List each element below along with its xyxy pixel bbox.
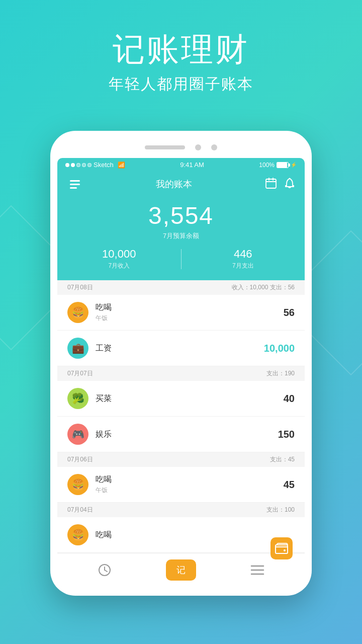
svg-rect-1	[70, 184, 80, 185]
signal-dot-5	[87, 163, 92, 167]
tx-icon-food2: 🍔	[67, 474, 88, 495]
battery-bolt: ⚡	[291, 162, 297, 168]
svg-rect-0	[70, 180, 80, 182]
tx-item-salary-0708[interactable]: 💼 工资 10,000	[57, 331, 305, 366]
date-header-0706: 07月06日 支出：45	[57, 452, 305, 467]
record-label: 记	[176, 564, 186, 576]
date-header-0707: 07月07日 支出：190	[57, 366, 305, 381]
tx-icon-food: 🍔	[67, 302, 88, 323]
tx-amount: 40	[284, 393, 295, 405]
tx-info: 买菜	[96, 393, 284, 404]
bell-icon[interactable]	[285, 178, 295, 191]
status-left: Sketch 📶	[65, 161, 125, 169]
tx-amount: 56	[284, 307, 295, 318]
tx-icon-food3: 🍔	[67, 524, 88, 545]
budget-area: 3,554 7月预算余额 10,000 7月收入 446 7月支出	[57, 197, 305, 280]
status-right: 100% ⚡	[259, 162, 297, 169]
tx-info: 娱乐	[96, 429, 278, 440]
header-title: 我的账本	[156, 178, 192, 190]
date-summary: 支出：45	[270, 455, 295, 464]
tx-icon-work: 💼	[67, 338, 88, 359]
app-header: 我的账本	[57, 172, 305, 197]
tx-name: 工资	[96, 343, 264, 354]
status-bar: Sketch 📶 9:41 AM 100% ⚡	[57, 158, 305, 172]
date-summary: 支出：100	[266, 506, 295, 514]
tx-name: 吃喝	[96, 474, 284, 485]
date-summary: 支出：190	[266, 369, 295, 378]
svg-point-7	[289, 178, 291, 179]
battery-icon	[277, 162, 289, 168]
signal-dot-2	[71, 163, 75, 167]
tx-item-entertainment-0707[interactable]: 🎮 娱乐 150	[57, 417, 305, 452]
expense-label: 7月支出	[182, 262, 305, 270]
svg-rect-2	[70, 187, 77, 189]
menu-icon[interactable]	[67, 177, 82, 192]
signal-dot-4	[82, 163, 86, 167]
date-header-0708: 07月08日 收入：10,000 支出：56	[57, 280, 305, 295]
tx-amount-income: 10,000	[264, 343, 295, 354]
hero-title: 记账理财	[0, 30, 362, 69]
nav-menu[interactable]	[245, 560, 270, 580]
svg-rect-14	[276, 545, 288, 553]
phone-body: Sketch 📶 9:41 AM 100% ⚡	[50, 131, 312, 596]
tx-icon-grocery: 🥦	[67, 388, 88, 409]
tx-item-grocery-0707[interactable]: 🥦 买菜 40	[57, 381, 305, 417]
phone-camera	[195, 144, 201, 150]
tx-info: 吃喝 午饭	[96, 474, 284, 495]
tx-info: 吃喝	[96, 530, 295, 540]
phone-top-hardware	[57, 140, 305, 155]
expense-amount: 446	[182, 248, 305, 261]
tx-icon-entertainment: 🎮	[67, 424, 88, 445]
hero-subtitle: 年轻人都用圈子账本	[0, 74, 362, 95]
tx-sub: 午饭	[96, 314, 284, 323]
tx-item-chihe-0708[interactable]: 🍔 吃喝 午饭 56	[57, 295, 305, 331]
income-amount: 10,000	[57, 248, 181, 261]
date-label: 07月08日	[67, 283, 93, 292]
income-label: 7月收入	[57, 262, 181, 270]
hero-section: 记账理财 年轻人都用圈子账本	[0, 0, 362, 110]
phone-sensor	[211, 144, 217, 150]
tx-sub: 午饭	[96, 486, 284, 495]
calendar-icon[interactable]	[265, 178, 277, 191]
date-summary: 收入：10,000 支出：56	[232, 283, 295, 292]
signal-dots	[65, 163, 92, 167]
budget-label: 7月预算余额	[57, 231, 305, 240]
tx-info: 工资	[96, 343, 264, 354]
tx-name: 娱乐	[96, 429, 278, 440]
date-label: 07月07日	[67, 369, 93, 378]
signal-dot-1	[65, 163, 69, 167]
phone-mockup: Sketch 📶 9:41 AM 100% ⚡	[50, 131, 312, 596]
tx-amount: 45	[284, 479, 295, 491]
svg-point-15	[284, 549, 286, 551]
date-label: 07月06日	[67, 455, 93, 464]
budget-amount: 3,554	[57, 202, 305, 229]
nav-history[interactable]	[92, 560, 117, 580]
fab-wallet-button[interactable]	[270, 537, 293, 559]
battery-fill	[277, 163, 287, 168]
tx-info: 吃喝 午饭	[96, 302, 284, 323]
budget-stats: 10,000 7月收入 446 7月支出	[57, 248, 305, 270]
status-time: 9:41 AM	[180, 161, 204, 169]
svg-rect-3	[266, 179, 276, 188]
header-actions	[265, 178, 295, 191]
bottom-navigation: 记	[57, 553, 305, 587]
date-header-0704: 07月04日 支出：100	[57, 503, 305, 517]
nav-record-button[interactable]: 记	[166, 559, 196, 581]
phone-speaker	[145, 145, 185, 149]
wifi-icon: 📶	[118, 162, 125, 169]
tx-amount: 150	[278, 429, 295, 440]
carrier-name: Sketch	[94, 161, 114, 169]
tx-name: 吃喝	[96, 302, 284, 313]
expense-stat: 446 7月支出	[182, 248, 305, 270]
income-stat: 10,000 7月收入	[57, 248, 181, 270]
svg-line-10	[105, 570, 107, 572]
transaction-list: 07月08日 收入：10,000 支出：56 🍔 吃喝 午饭 56 💼 工资	[57, 280, 305, 553]
tx-name: 买菜	[96, 393, 284, 404]
tx-item-chihe-0706[interactable]: 🍔 吃喝 午饭 45	[57, 467, 305, 503]
tx-name: 吃喝	[96, 530, 295, 540]
signal-dot-3	[76, 163, 80, 167]
tx-item-chihe-0704[interactable]: 🍔 吃喝	[57, 517, 305, 553]
battery-percent: 100%	[259, 162, 275, 169]
phone-screen: Sketch 📶 9:41 AM 100% ⚡	[57, 158, 305, 587]
date-label: 07月04日	[67, 506, 93, 514]
